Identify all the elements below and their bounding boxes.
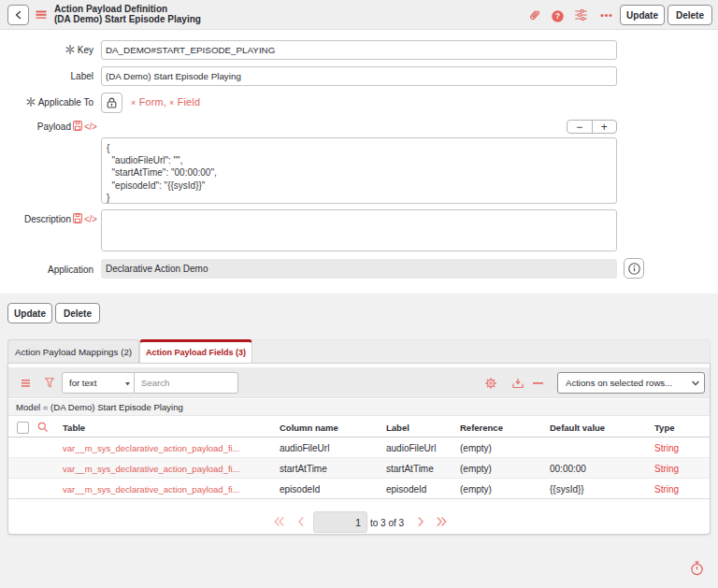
svg-text:?: ? — [555, 12, 560, 21]
